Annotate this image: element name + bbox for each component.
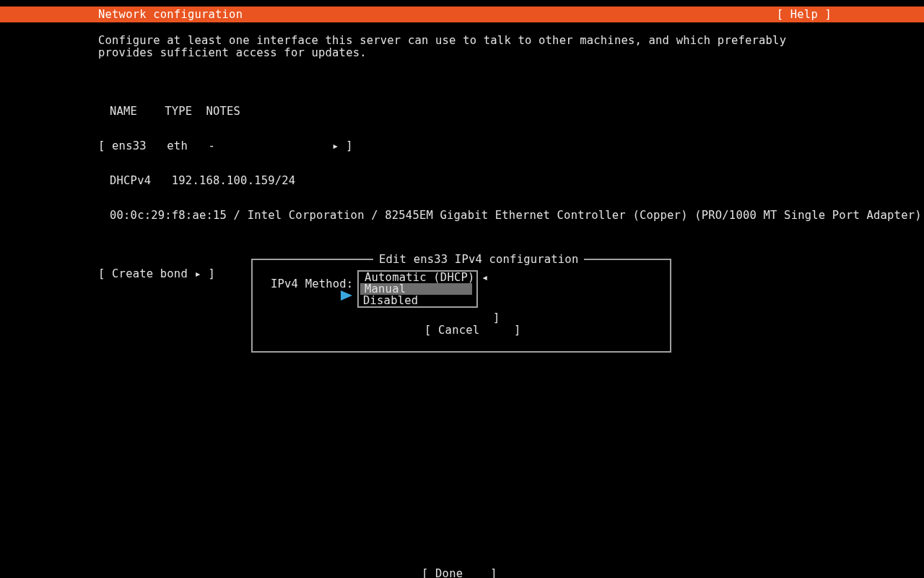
help-button[interactable]: [ Help ] xyxy=(777,8,924,21)
dialog-bracket-stub: ] xyxy=(493,311,500,324)
dropdown-option-dhcp[interactable]: Automatic (DHCP) ◂ xyxy=(360,272,472,283)
header-bar: Network configuration [ Help ] xyxy=(0,7,924,22)
ipv4-method-dropdown[interactable]: Automatic (DHCP) ◂ Manual Disabled xyxy=(357,270,478,308)
dropdown-option-disabled[interactable]: Disabled xyxy=(359,295,476,306)
cancel-button[interactable]: [ Cancel ] xyxy=(424,324,520,337)
content-area: Configure at least one interface this se… xyxy=(0,22,924,280)
interface-dhcp-line: DHCPv4 192.168.100.159/24 xyxy=(98,175,924,186)
footer-buttons: [ Done ] [ Back ] xyxy=(422,543,497,578)
interface-table: NAME TYPE NOTES [ ens33 eth - ▸ ] DHCPv4… xyxy=(98,82,924,244)
dropdown-option-manual[interactable]: Manual xyxy=(360,283,472,295)
description-text: Configure at least one interface this se… xyxy=(98,35,833,59)
ipv4-config-dialog: Edit ens33 IPv4 configuration IPv4 Metho… xyxy=(251,259,671,353)
ipv4-method-label: IPv4 Method: xyxy=(271,277,353,290)
done-button[interactable]: [ Done ] xyxy=(422,568,497,578)
interface-hw-line: 00:0c:29:f8:ae:15 / Intel Corporation / … xyxy=(98,210,924,221)
black-band-top xyxy=(0,0,924,7)
page-title: Network configuration xyxy=(0,8,243,21)
dialog-title: Edit ens33 IPv4 configuration xyxy=(373,253,584,266)
interface-row-ens33[interactable]: [ ens33 eth - ▸ ] xyxy=(98,140,924,152)
interface-headers: NAME TYPE NOTES xyxy=(98,105,924,117)
